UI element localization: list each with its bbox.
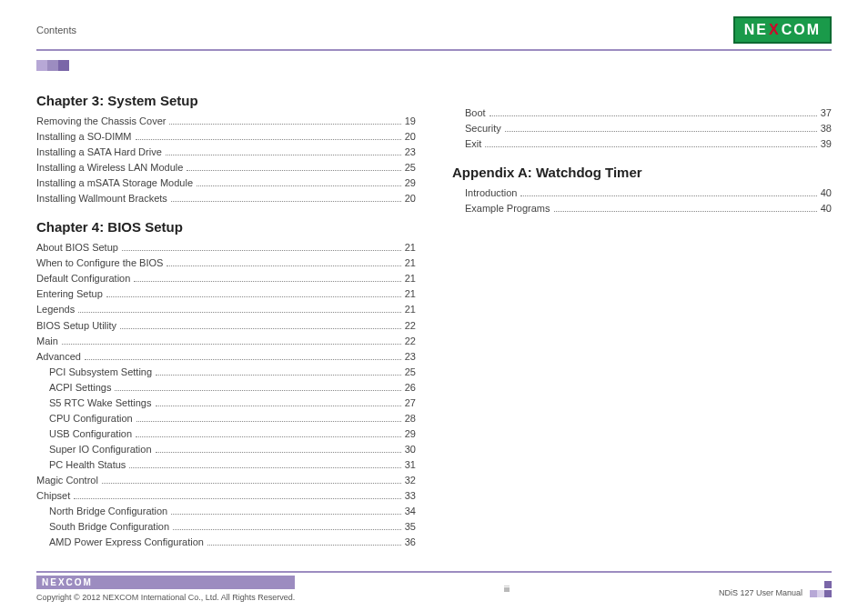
toc-entry[interactable]: Installing a mSATA Storage Module29 [36, 175, 416, 191]
toc-entry-page: 20 [405, 191, 416, 206]
toc-entry[interactable]: ACPI Settings26 [36, 380, 416, 396]
toc-entry-label: PCI Subsystem Setting [49, 365, 152, 380]
toc-entry-label: Default Configuration [36, 271, 130, 286]
toc-entry-page: 21 [405, 255, 416, 271]
toc-heading-ch3[interactable]: Chapter 3: System Setup [36, 93, 416, 108]
toc-entry-label: Installing a SO-DIMM [36, 129, 132, 145]
footer-page-number: iii [504, 585, 510, 594]
toc-entry-label: Magic Control [36, 473, 98, 488]
toc-entry[interactable]: Boot37 [452, 105, 832, 121]
toc-entry-label: ACPI Settings [49, 380, 111, 396]
toc-entry-label: Removing the Chassis Cover [36, 114, 166, 129]
toc-entry[interactable]: CPU Configuration28 [36, 411, 416, 426]
toc-entry[interactable]: PCI Subsystem Setting25 [36, 365, 416, 380]
toc-entry-page: 28 [405, 411, 416, 426]
toc-heading-ch4[interactable]: Chapter 4: BIOS Setup [36, 219, 416, 235]
toc-entry-label: Boot [465, 105, 486, 121]
toc-entry-label: North Bridge Configuration [49, 504, 167, 519]
toc-entry-page: 25 [405, 160, 416, 175]
toc-entry-label: USB Configuration [49, 426, 132, 442]
toc-entry-label: Entering Setup [36, 286, 103, 302]
toc-entry-page: 27 [405, 396, 416, 411]
toc-entry[interactable]: S5 RTC Wake Settings27 [36, 396, 416, 411]
toc-entry[interactable]: Default Configuration21 [36, 271, 416, 286]
footer-logo: NEXCOM [36, 576, 295, 589]
toc-entry-label: AMD Power Express Configuration [49, 535, 204, 550]
toc-entry-page: 21 [405, 271, 416, 286]
toc-entry[interactable]: Introduction40 [452, 185, 832, 201]
toc-entry-page: 38 [821, 121, 832, 136]
toc-entry[interactable]: PC Health Status31 [36, 457, 416, 473]
nexcom-logo: NEXCOM [733, 16, 832, 44]
toc-list-ch3: Removing the Chassis Cover19Installing a… [36, 114, 416, 206]
decor-squares-bottom [810, 581, 832, 597]
toc-entry[interactable]: Legends21 [36, 302, 416, 317]
toc-entry-label: Installing a Wireless LAN Module [36, 160, 183, 175]
toc-entry-label: Chipset [36, 488, 70, 504]
toc-entry-label: BIOS Setup Utility [36, 318, 116, 334]
toc-entry-page: 21 [405, 302, 416, 317]
toc-columns: Chapter 3: System Setup Removing the Cha… [36, 80, 832, 571]
toc-entry-label: Advanced [36, 349, 81, 365]
footer-doc-title: NDiS 127 User Manual [719, 588, 802, 597]
toc-entry[interactable]: BIOS Setup Utility22 [36, 318, 416, 334]
toc-entry[interactable]: Installing a Wireless LAN Module25 [36, 160, 416, 175]
toc-entry-label: Example Programs [465, 201, 550, 216]
toc-entry-label: South Bridge Configuration [49, 519, 169, 535]
toc-entry[interactable]: USB Configuration29 [36, 426, 416, 442]
toc-entry-page: 31 [405, 457, 416, 473]
toc-entry[interactable]: Super IO Configuration30 [36, 442, 416, 457]
toc-entry[interactable]: When to Configure the BIOS21 [36, 255, 416, 271]
toc-entry-page: 22 [405, 318, 416, 334]
toc-entry[interactable]: South Bridge Configuration35 [36, 519, 416, 535]
header-section-label: Contents [36, 25, 76, 35]
toc-list-ch4: About BIOS Setup21When to Configure the … [36, 240, 416, 550]
toc-entry[interactable]: Installing a SATA Hard Drive23 [36, 145, 416, 160]
toc-entry-page: 30 [405, 442, 416, 457]
toc-entry[interactable]: About BIOS Setup21 [36, 240, 416, 255]
toc-entry-page: 29 [405, 175, 416, 191]
toc-entry-label: About BIOS Setup [36, 240, 118, 255]
toc-entry[interactable]: Installing a SO-DIMM20 [36, 129, 416, 145]
toc-entry[interactable]: Removing the Chassis Cover19 [36, 114, 416, 129]
toc-entry-page: 33 [405, 488, 416, 504]
toc-entry[interactable]: Advanced23 [36, 349, 416, 365]
toc-entry[interactable]: Example Programs40 [452, 201, 832, 216]
toc-entry-page: 29 [405, 426, 416, 442]
toc-entry-page: 23 [405, 145, 416, 160]
toc-entry-label: Exit [465, 136, 481, 152]
toc-entry-page: 19 [405, 114, 416, 129]
toc-entry[interactable]: Exit39 [452, 136, 832, 152]
toc-entry-page: 37 [821, 105, 832, 121]
footer-copyright: Copyright © 2012 NEXCOM International Co… [36, 593, 295, 602]
header-bar: Contents NEXCOM [36, 16, 832, 51]
toc-entry[interactable]: Installing Wallmount Brackets20 [36, 191, 416, 206]
toc-list-appA: Introduction40Example Programs40 [452, 185, 832, 216]
toc-entry-page: 32 [405, 473, 416, 488]
toc-entry-page: 34 [405, 504, 416, 519]
toc-entry-page: 25 [405, 365, 416, 380]
toc-heading-appA[interactable]: Appendix A: Watchdog Timer [452, 165, 832, 180]
toc-entry-page: 36 [405, 535, 416, 550]
toc-entry[interactable]: Chipset33 [36, 488, 416, 504]
toc-entry[interactable]: Security38 [452, 121, 832, 136]
toc-entry[interactable]: North Bridge Configuration34 [36, 504, 416, 519]
toc-entry-label: Super IO Configuration [49, 442, 152, 457]
toc-entry[interactable]: Entering Setup21 [36, 286, 416, 302]
toc-entry[interactable]: AMD Power Express Configuration36 [36, 535, 416, 550]
toc-entry-label: S5 RTC Wake Settings [49, 396, 152, 411]
toc-entry-label: Introduction [465, 185, 517, 201]
toc-entry[interactable]: Magic Control32 [36, 473, 416, 488]
toc-entry-label: When to Configure the BIOS [36, 255, 163, 271]
toc-list-ch4-cont: Boot37Security38Exit39 [452, 105, 832, 152]
footer-bar: NEXCOM Copyright © 2012 NEXCOM Internati… [36, 571, 832, 602]
toc-entry[interactable]: Main22 [36, 334, 416, 349]
toc-entry-label: Installing Wallmount Brackets [36, 191, 167, 206]
toc-entry-page: 23 [405, 349, 416, 365]
toc-entry-page: 21 [405, 286, 416, 302]
toc-entry-label: Installing a SATA Hard Drive [36, 145, 162, 160]
toc-column-right: Boot37Security38Exit39 Appendix A: Watch… [452, 80, 832, 571]
toc-entry-page: 40 [821, 201, 832, 216]
toc-entry-page: 26 [405, 380, 416, 396]
decor-squares-top [36, 60, 832, 71]
